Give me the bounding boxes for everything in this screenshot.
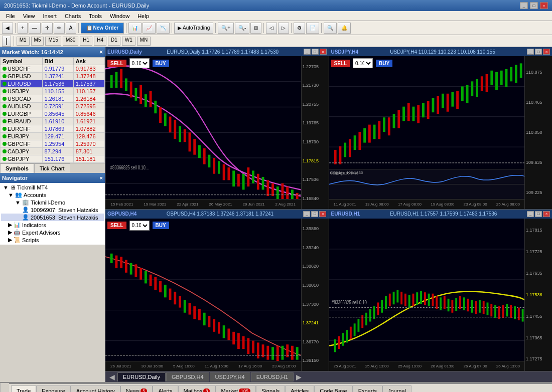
market-watch-row[interactable]: USDCHF0.917790.91783 xyxy=(1,65,105,73)
chart1-buy-button[interactable]: BUY xyxy=(153,60,169,67)
toolbar-alert-btn[interactable]: 🔔 xyxy=(338,23,351,34)
market-watch-row[interactable]: CADJPY87.29487.301 xyxy=(1,148,105,155)
menu-window[interactable]: Window xyxy=(106,12,133,20)
tf-w1[interactable]: W1 xyxy=(122,37,135,46)
chart3-buy-button[interactable]: BUY xyxy=(153,222,169,229)
toolbar-pen-btn[interactable]: ✏ xyxy=(54,23,65,34)
toolbar-template-btn[interactable]: 📄 xyxy=(306,23,319,34)
market-watch-row[interactable]: USDCAD1.261811.26184 xyxy=(1,95,105,103)
nav-scripts[interactable]: ▶ 📜 Scripts xyxy=(1,236,104,244)
term-tab-journal[interactable]: Journal xyxy=(382,385,411,392)
market-watch-row[interactable]: GBPJPY151.176151.181 xyxy=(1,155,105,163)
toolbar-chart-btn1[interactable]: 📊 xyxy=(128,23,142,34)
chart1-close[interactable]: × xyxy=(320,49,327,55)
toolbar-crosshair-btn[interactable]: ✛ xyxy=(42,23,53,34)
chart3-lot-select[interactable]: 0.10 xyxy=(129,221,150,231)
menu-insert[interactable]: Insert xyxy=(39,12,61,20)
nav-ea[interactable]: ▶ 🤖 Expert Advisors xyxy=(1,229,104,236)
chart3-body[interactable]: SELL 0.10 BUY 1.37 24 1 1.37 24 8 xyxy=(105,219,329,371)
chart2-lot-select[interactable]: 0.10 xyxy=(353,58,373,68)
menu-view[interactable]: View xyxy=(19,12,39,20)
market-watch-row[interactable]: EURCHF1.078691.07882 xyxy=(1,125,105,133)
term-tab-trade[interactable]: Trade xyxy=(11,385,36,392)
tf-h1[interactable]: H1 xyxy=(80,37,92,46)
tf-m1[interactable]: M1 xyxy=(17,37,30,46)
market-watch-row[interactable]: EURGBP0.856450.85646 xyxy=(1,110,105,118)
tf-m30[interactable]: M30 xyxy=(63,37,78,46)
menu-charts[interactable]: Charts xyxy=(61,12,85,20)
tf-h4[interactable]: H4 xyxy=(94,37,106,46)
chart3-maximize[interactable]: □ xyxy=(311,211,318,217)
chart1-lot-select[interactable]: 0.10 xyxy=(129,58,150,68)
tf-mn[interactable]: MN xyxy=(137,37,151,46)
term-tab-alerts[interactable]: Alerts xyxy=(153,385,178,392)
chart1-sell-button[interactable]: SELL xyxy=(107,60,126,67)
tf-m5[interactable]: M5 xyxy=(31,37,44,46)
chart-tab-eurusd-h1[interactable]: EURUSD,H1 xyxy=(251,372,294,381)
chart2-buy-button[interactable]: BUY xyxy=(376,60,392,67)
term-tab-articles[interactable]: Articles xyxy=(285,385,314,392)
minimize-button[interactable]: _ xyxy=(520,2,528,9)
close-button[interactable]: × xyxy=(540,2,548,9)
chart-tab-gbpusd-h4[interactable]: GBPUSD,H4 xyxy=(166,372,209,381)
toolbar-plus-btn[interactable]: + xyxy=(18,23,28,34)
menu-tools[interactable]: Tools xyxy=(85,12,106,20)
chart-tabs-right-arrow[interactable]: ▶ xyxy=(294,373,304,381)
chart3-sell-button[interactable]: SELL xyxy=(107,222,126,229)
term-tab-signals[interactable]: Signals xyxy=(256,385,285,392)
chart2-body[interactable]: SELL 0.10 BUY 110 15 5 110 15 7 xyxy=(329,56,553,209)
toolbar-chart-btn2[interactable]: 📈 xyxy=(143,23,156,34)
toolbar-line-btn[interactable]: — xyxy=(29,23,41,34)
chart-tab-usdjpy-h4[interactable]: USDJPY,H4 xyxy=(210,372,250,381)
term-tab-account-history[interactable]: Account History xyxy=(71,385,120,392)
toolbar2-line-btn[interactable]: | xyxy=(2,36,11,47)
chart4-maximize[interactable]: □ xyxy=(535,211,542,217)
tf-m15[interactable]: M15 xyxy=(45,37,61,46)
nav-root[interactable]: ▼ 🖥 Tickmill MT4 xyxy=(1,184,104,191)
new-order-button[interactable]: 📋 New Order xyxy=(81,23,124,34)
chart1-minimize[interactable]: _ xyxy=(304,49,311,55)
mw-tab-symbols[interactable]: Symbols xyxy=(0,163,34,173)
chart2-close[interactable]: × xyxy=(543,49,550,55)
market-watch-row[interactable]: EURJPY129.471129.476 xyxy=(1,133,105,140)
chart2-minimize[interactable]: _ xyxy=(527,49,534,55)
term-tab-news[interactable]: News5 xyxy=(120,385,153,392)
toolbar-zoom-in[interactable]: 🔍+ xyxy=(218,23,234,34)
market-watch-row[interactable]: GBPCHF1.259541.25970 xyxy=(1,140,105,148)
chart4-body[interactable]: #83366825 sell 0.10 xyxy=(329,219,553,371)
menu-help[interactable]: Help xyxy=(133,12,153,20)
term-tab-market[interactable]: Market105 xyxy=(215,385,256,392)
maximize-button[interactable]: □ xyxy=(530,2,538,9)
term-tab-code-base[interactable]: Code Base xyxy=(314,385,352,392)
toolbar-back-btn[interactable]: ◀ xyxy=(2,23,13,34)
chart-tab-eurusd-daily[interactable]: EURUSD,Daily xyxy=(117,372,166,381)
nav-indicators[interactable]: ▶ 📊 Indicators xyxy=(1,221,104,229)
mw-tab-tick-chart[interactable]: Tick Chart xyxy=(34,163,70,173)
chart3-close[interactable]: × xyxy=(319,211,326,217)
toolbar-search-btn[interactable]: 🔍 xyxy=(324,23,337,34)
tf-d1[interactable]: D1 xyxy=(108,37,120,46)
market-watch-row[interactable]: AUDUSD0.725910.72595 xyxy=(1,103,105,110)
toolbar-scroll-right[interactable]: ▷ xyxy=(278,23,289,34)
market-watch-close[interactable]: × xyxy=(99,49,103,56)
term-tab-experts[interactable]: Experts xyxy=(353,385,382,392)
toolbar-chart-btn3[interactable]: 📉 xyxy=(157,23,170,34)
term-tab-mailbox[interactable]: Mailbox8 xyxy=(178,385,216,392)
menu-file[interactable]: File xyxy=(2,12,19,20)
chart4-close[interactable]: × xyxy=(543,211,550,217)
chart-tabs-left-arrow[interactable]: ◀ xyxy=(107,373,117,381)
nav-accounts[interactable]: ▼ 👥 Accounts xyxy=(1,191,104,199)
nav-user1[interactable]: 👤 10096907: Steven Hatzakis xyxy=(1,206,104,214)
toolbar-fit[interactable]: ⊞ xyxy=(250,23,261,34)
toolbar-scroll-left[interactable]: ◁ xyxy=(266,23,277,34)
chart3-minimize[interactable]: _ xyxy=(303,211,310,217)
market-watch-row[interactable]: GBPUSD1.372411.37248 xyxy=(1,73,105,80)
navigator-close[interactable]: × xyxy=(100,175,103,181)
chart1-maximize[interactable]: □ xyxy=(312,49,319,55)
chart2-sell-button[interactable]: SELL xyxy=(331,60,350,67)
autotrading-button[interactable]: ▶ AutoTrading xyxy=(174,23,213,34)
term-tab-exposure[interactable]: Exposure xyxy=(36,385,70,392)
nav-broker[interactable]: ▼ 🏢 Tickmill-Demo xyxy=(1,199,104,206)
toolbar-text-btn[interactable]: A xyxy=(66,23,76,34)
chart4-minimize[interactable]: _ xyxy=(527,211,534,217)
